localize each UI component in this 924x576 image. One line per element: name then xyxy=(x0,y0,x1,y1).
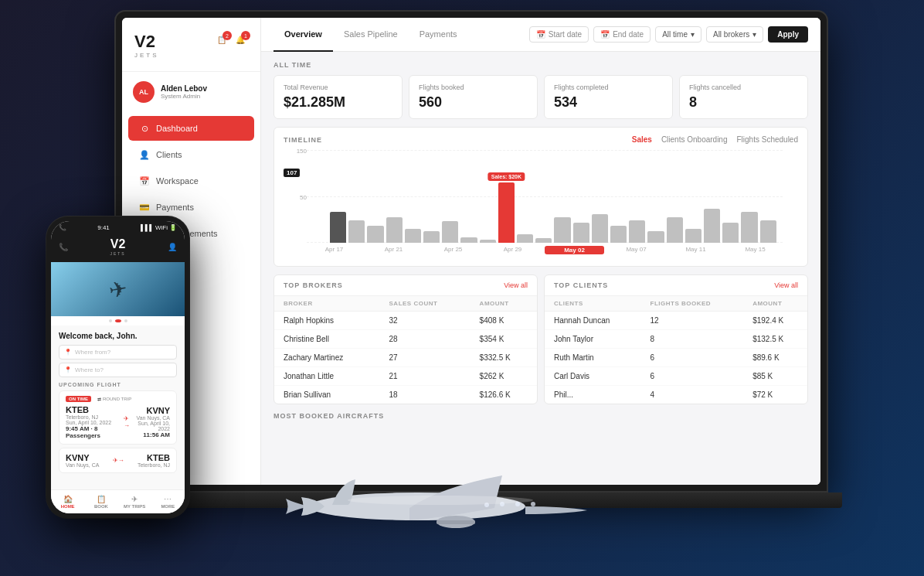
bar-5 xyxy=(423,231,440,243)
timeline-tab-onboarding[interactable]: Clients Onboarding xyxy=(661,135,728,144)
to-airport-code-2: KTEB xyxy=(138,453,170,462)
user-info: Alden Lebov System Admin xyxy=(161,84,207,100)
end-date-label: End date xyxy=(613,30,644,39)
chart-bar-7[interactable] xyxy=(460,237,477,243)
start-date-input[interactable]: 📅 Start date xyxy=(529,26,589,43)
phone-time: 9:41 xyxy=(97,224,110,231)
flight-card-1: ON TIME ⇄ ROUND TRIP KTEB Teterboro, NJ … xyxy=(59,390,177,445)
chart-bar-20[interactable] xyxy=(704,209,720,243)
chart-bar-12[interactable] xyxy=(554,217,570,243)
chart-bar-19[interactable] xyxy=(685,229,701,243)
sidebar-item-clients[interactable]: 👤 Clients xyxy=(128,142,254,167)
sidebar-item-workspace[interactable]: 📅 Workspace xyxy=(128,169,254,193)
client-amount: $72 K xyxy=(743,386,807,404)
bar-18 xyxy=(667,217,683,243)
x-label-6: May 11 xyxy=(668,246,723,254)
chart-bar-23[interactable] xyxy=(760,220,776,243)
chart-bar-22[interactable] xyxy=(741,212,757,243)
broker-count: 21 xyxy=(380,367,470,386)
chart-bar-13[interactable] xyxy=(573,223,589,243)
round-trip-label: ROUND TRIP xyxy=(103,397,131,401)
chart-bar-18[interactable] xyxy=(667,217,683,243)
end-date-input[interactable]: 📅 End date xyxy=(593,26,651,43)
broker-amount: $262 K xyxy=(470,367,537,386)
phone-bottom-nav: 🏠 HOME 📋 BOOK ✈ MY TRIPS ⋯ MORE xyxy=(51,489,185,513)
dot-1 xyxy=(109,319,112,322)
chart-bar-5[interactable] xyxy=(423,231,440,243)
from-search-box[interactable]: 📍 Where from? xyxy=(59,345,177,360)
chart-bar-4[interactable] xyxy=(405,229,421,243)
bar-17 xyxy=(647,231,664,243)
chart-bar-3[interactable] xyxy=(386,217,403,243)
clients-view-all[interactable]: View all xyxy=(774,281,798,289)
notification-icon-2[interactable]: 🔔 1 xyxy=(234,33,248,47)
chart-bar-0[interactable] xyxy=(330,212,346,243)
top-clients-section: TOP CLIENTS View all CLIENTS FLIGHTS BOO… xyxy=(544,274,808,404)
stat-label-booked: Flights booked xyxy=(419,84,528,91)
date-filter: 📅 Start date 📅 End date All time ▾ A xyxy=(529,26,808,43)
broker-row-0: Ralph Hopkins 32 $408 K xyxy=(274,312,537,330)
all-time-label: ALL TIME xyxy=(273,61,808,69)
chart-bar-1[interactable] xyxy=(348,220,365,243)
notification-icon-1[interactable]: 📋 2 xyxy=(216,33,229,47)
phone-logo-sub: JETS xyxy=(110,251,125,256)
chart-bar-14[interactable] xyxy=(592,214,608,243)
tab-sales-pipeline[interactable]: Sales Pipeline xyxy=(333,18,409,52)
chart-bar-2[interactable] xyxy=(367,226,383,243)
broker-amount: $126.6 K xyxy=(470,386,537,404)
to-search-box[interactable]: 📍 Where to? xyxy=(59,363,177,377)
phone-nav-home-label: HOME xyxy=(61,504,75,509)
sidebar-item-dashboard[interactable]: ⊙ Dashboard xyxy=(128,116,254,141)
phone-screen: 📞 9:41 ▌▌▌ WiFi 🔋 📞 V2 JETS 👤 ✈ xyxy=(51,221,185,513)
chart-bar-9[interactable]: Sales: $20K xyxy=(498,182,515,243)
chart-bar-8[interactable] xyxy=(480,240,496,243)
chart-bar-6[interactable] xyxy=(442,221,458,243)
broker-name: Jonathan Little xyxy=(274,367,380,386)
time-filter[interactable]: All time ▾ xyxy=(655,26,701,43)
timeline-tab-scheduled[interactable]: Flights Scheduled xyxy=(737,135,799,144)
phone-nav-more[interactable]: ⋯ MORE xyxy=(151,493,185,510)
bar-0 xyxy=(330,212,346,243)
chart-bar-17[interactable] xyxy=(647,231,664,243)
from-city: Teterboro, NJ xyxy=(66,414,119,420)
chart-y-marker: 107 xyxy=(284,169,300,177)
chart-bar-21[interactable] xyxy=(722,223,739,243)
chart-bar-10[interactable] xyxy=(517,234,533,243)
laptop-screen: V2 JETS 📋 2 🔔 1 xyxy=(116,12,827,491)
dashboard-icon: ⊙ xyxy=(139,123,150,134)
tab-payments[interactable]: Payments xyxy=(409,18,468,52)
phone-nav-home[interactable]: 🏠 HOME xyxy=(51,493,84,510)
chart-tooltip: Sales: $20K xyxy=(488,172,525,181)
tab-overview[interactable]: Overview xyxy=(273,18,333,52)
chart-bar-16[interactable] xyxy=(629,220,645,243)
broker-name: Ralph Hopkins xyxy=(274,312,380,330)
apply-button[interactable]: Apply xyxy=(768,26,808,43)
phone-nav-trips[interactable]: ✈ MY TRIPS xyxy=(118,493,151,510)
timeline-tab-sales[interactable]: Sales xyxy=(632,135,652,144)
brokers-view-all[interactable]: View all xyxy=(504,281,528,289)
stat-label-completed: Flights completed xyxy=(554,84,663,91)
chart-bar-15[interactable] xyxy=(610,226,627,243)
bar-14 xyxy=(592,214,608,243)
phone-nav-book[interactable]: 📋 BOOK xyxy=(84,493,117,510)
logo-main: V2 xyxy=(134,33,159,50)
bar-10 xyxy=(517,234,533,243)
phone-logo-main: V2 xyxy=(110,237,125,251)
from-date: Sun, April 10, 2022 xyxy=(66,420,119,425)
client-flights: 4 xyxy=(641,386,744,404)
broker-name: Christine Bell xyxy=(274,330,380,349)
chart-bar-11[interactable] xyxy=(535,238,552,243)
broker-filter[interactable]: All brokers ▾ xyxy=(706,26,763,43)
flight-status-row: ON TIME ⇄ ROUND TRIP xyxy=(66,396,170,402)
user-name: Alden Lebov xyxy=(161,84,207,93)
client-name: Ruth Martin xyxy=(545,349,641,367)
bar-9: Sales: $20K xyxy=(498,182,515,243)
hero-jet-icon: ✈ xyxy=(107,275,128,303)
y-label-50: 50 xyxy=(300,193,307,200)
broker-filter-label: All brokers xyxy=(713,30,749,39)
from-placeholder: Where from? xyxy=(75,349,110,356)
client-flights: 6 xyxy=(641,349,744,367)
stats-row: Total Revenue $21.285M Flights booked 56… xyxy=(273,75,808,119)
x-label-4: May 02 xyxy=(545,246,604,254)
flight-arrow-icon-2: ✈→ xyxy=(104,457,133,464)
